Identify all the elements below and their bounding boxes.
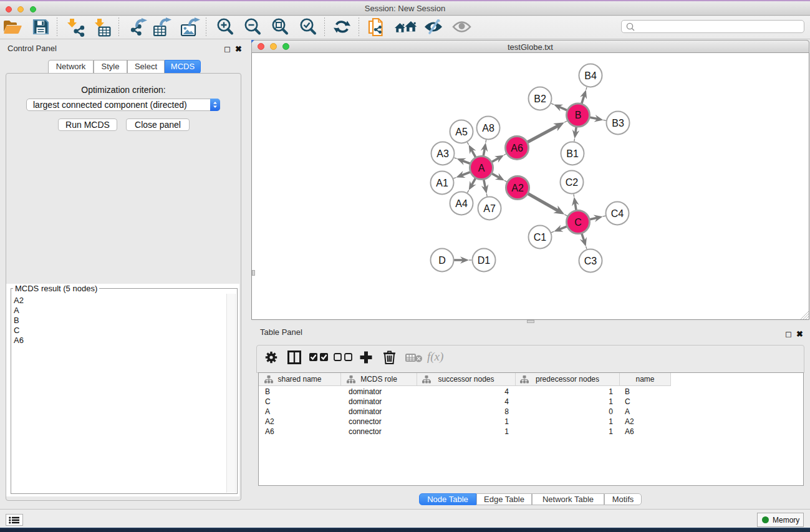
svg-text:B1: B1 (566, 148, 579, 159)
svg-text:B3: B3 (612, 118, 624, 128)
svg-text:C2: C2 (566, 177, 579, 188)
svg-text:B2: B2 (534, 94, 546, 104)
svg-text:B: B (575, 110, 582, 120)
svg-text:C4: C4 (611, 208, 624, 219)
svg-text:D: D (438, 255, 446, 266)
svg-text:C3: C3 (584, 256, 597, 266)
svg-text:A8: A8 (482, 123, 494, 133)
svg-text:A3: A3 (436, 148, 449, 159)
svg-text:A5: A5 (455, 127, 468, 137)
svg-text:D1: D1 (478, 255, 491, 266)
svg-text:C: C (574, 217, 582, 228)
svg-text:A6: A6 (511, 143, 523, 153)
svg-text:A7: A7 (483, 203, 496, 214)
svg-text:B4: B4 (584, 70, 597, 81)
svg-text:A4: A4 (455, 198, 468, 209)
svg-text:A2: A2 (511, 183, 524, 193)
svg-text:C1: C1 (534, 232, 547, 243)
svg-text:A1: A1 (436, 178, 448, 188)
svg-text:A: A (478, 163, 485, 173)
